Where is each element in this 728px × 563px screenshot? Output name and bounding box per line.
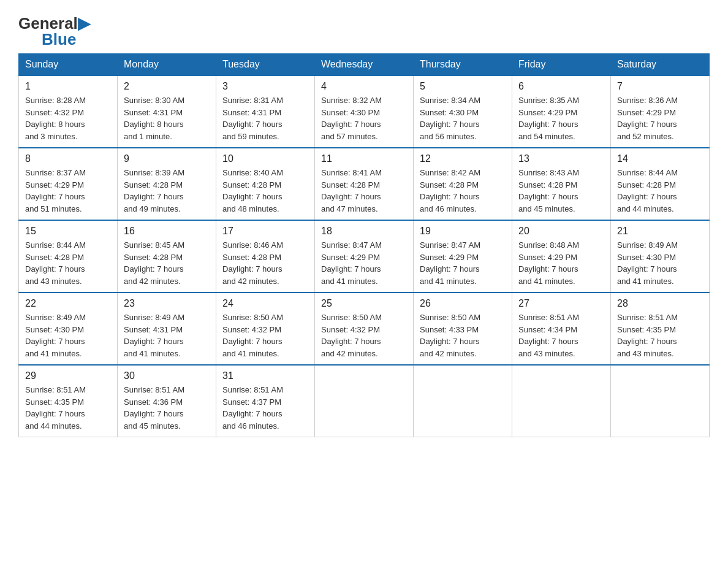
day-info: Sunrise: 8:45 AMSunset: 4:28 PMDaylight:…	[124, 239, 210, 287]
calendar-day-cell: 30Sunrise: 8:51 AMSunset: 4:36 PMDayligh…	[118, 365, 216, 437]
day-info: Sunrise: 8:42 AMSunset: 4:28 PMDaylight:…	[420, 167, 506, 215]
page-header: General▶ Blue	[18, 12, 710, 47]
day-info: Sunrise: 8:37 AMSunset: 4:29 PMDaylight:…	[25, 167, 111, 215]
calendar-day-cell: 20Sunrise: 8:48 AMSunset: 4:29 PMDayligh…	[512, 220, 611, 293]
day-info: Sunrise: 8:51 AMSunset: 4:36 PMDaylight:…	[124, 384, 210, 432]
calendar-week-row: 29Sunrise: 8:51 AMSunset: 4:35 PMDayligh…	[19, 365, 710, 437]
calendar-day-cell: 7Sunrise: 8:36 AMSunset: 4:29 PMDaylight…	[611, 75, 710, 148]
weekday-header-friday: Friday	[512, 54, 611, 76]
day-number: 7	[617, 81, 703, 92]
day-info: Sunrise: 8:40 AMSunset: 4:28 PMDaylight:…	[222, 167, 308, 215]
calendar-day-cell: 29Sunrise: 8:51 AMSunset: 4:35 PMDayligh…	[19, 365, 118, 437]
calendar-day-cell: 9Sunrise: 8:39 AMSunset: 4:28 PMDaylight…	[118, 148, 216, 220]
day-number: 18	[321, 226, 407, 237]
calendar-day-cell: 31Sunrise: 8:51 AMSunset: 4:37 PMDayligh…	[216, 365, 315, 437]
day-info: Sunrise: 8:35 AMSunset: 4:29 PMDaylight:…	[518, 94, 604, 142]
day-info: Sunrise: 8:32 AMSunset: 4:30 PMDaylight:…	[321, 94, 407, 142]
day-info: Sunrise: 8:31 AMSunset: 4:31 PMDaylight:…	[222, 94, 308, 142]
day-info: Sunrise: 8:51 AMSunset: 4:37 PMDaylight:…	[222, 384, 308, 432]
day-info: Sunrise: 8:39 AMSunset: 4:28 PMDaylight:…	[124, 167, 210, 215]
calendar-day-cell: 17Sunrise: 8:46 AMSunset: 4:28 PMDayligh…	[216, 220, 315, 293]
calendar-day-cell: 8Sunrise: 8:37 AMSunset: 4:29 PMDaylight…	[19, 148, 118, 220]
calendar-day-cell: 3Sunrise: 8:31 AMSunset: 4:31 PMDaylight…	[216, 75, 315, 148]
logo: General▶ Blue	[18, 15, 90, 47]
calendar-day-cell: 26Sunrise: 8:50 AMSunset: 4:33 PMDayligh…	[414, 293, 512, 365]
calendar-day-cell: 21Sunrise: 8:49 AMSunset: 4:30 PMDayligh…	[611, 220, 710, 293]
day-number: 2	[124, 81, 210, 92]
day-info: Sunrise: 8:46 AMSunset: 4:28 PMDaylight:…	[222, 239, 308, 287]
calendar-day-cell: 22Sunrise: 8:49 AMSunset: 4:30 PMDayligh…	[19, 293, 118, 365]
day-number: 29	[25, 370, 111, 381]
day-number: 1	[25, 81, 111, 92]
calendar-week-row: 15Sunrise: 8:44 AMSunset: 4:28 PMDayligh…	[19, 220, 710, 293]
day-info: Sunrise: 8:48 AMSunset: 4:29 PMDaylight:…	[518, 239, 604, 287]
calendar-week-row: 8Sunrise: 8:37 AMSunset: 4:29 PMDaylight…	[19, 148, 710, 220]
day-info: Sunrise: 8:28 AMSunset: 4:32 PMDaylight:…	[25, 94, 111, 142]
day-number: 14	[617, 153, 703, 164]
weekday-header-monday: Monday	[118, 54, 216, 76]
weekday-header-tuesday: Tuesday	[216, 54, 315, 76]
day-info: Sunrise: 8:51 AMSunset: 4:35 PMDaylight:…	[617, 312, 703, 359]
logo-triangle-icon: ▶	[78, 14, 90, 33]
calendar-week-row: 1Sunrise: 8:28 AMSunset: 4:32 PMDaylight…	[19, 75, 710, 148]
day-number: 25	[321, 298, 407, 309]
day-number: 19	[420, 226, 506, 237]
day-info: Sunrise: 8:47 AMSunset: 4:29 PMDaylight:…	[420, 239, 506, 287]
day-info: Sunrise: 8:49 AMSunset: 4:31 PMDaylight:…	[124, 312, 210, 359]
calendar-day-cell: 13Sunrise: 8:43 AMSunset: 4:28 PMDayligh…	[512, 148, 611, 220]
calendar-day-cell: 23Sunrise: 8:49 AMSunset: 4:31 PMDayligh…	[118, 293, 216, 365]
day-info: Sunrise: 8:49 AMSunset: 4:30 PMDaylight:…	[25, 312, 111, 359]
calendar-day-cell: 5Sunrise: 8:34 AMSunset: 4:30 PMDaylight…	[414, 75, 512, 148]
calendar-day-cell: 12Sunrise: 8:42 AMSunset: 4:28 PMDayligh…	[414, 148, 512, 220]
calendar-day-cell: 18Sunrise: 8:47 AMSunset: 4:29 PMDayligh…	[315, 220, 414, 293]
day-number: 17	[222, 226, 308, 237]
calendar-day-cell: 28Sunrise: 8:51 AMSunset: 4:35 PMDayligh…	[611, 293, 710, 365]
day-info: Sunrise: 8:50 AMSunset: 4:32 PMDaylight:…	[222, 312, 308, 359]
day-number: 31	[222, 370, 308, 381]
calendar-day-cell: 19Sunrise: 8:47 AMSunset: 4:29 PMDayligh…	[414, 220, 512, 293]
day-number: 4	[321, 81, 407, 92]
calendar-day-cell: 15Sunrise: 8:44 AMSunset: 4:28 PMDayligh…	[19, 220, 118, 293]
day-info: Sunrise: 8:36 AMSunset: 4:29 PMDaylight:…	[617, 94, 703, 142]
day-number: 9	[124, 153, 210, 164]
day-number: 3	[222, 81, 308, 92]
empty-cell	[611, 365, 710, 437]
calendar-day-cell: 25Sunrise: 8:50 AMSunset: 4:32 PMDayligh…	[315, 293, 414, 365]
empty-cell	[315, 365, 414, 437]
day-info: Sunrise: 8:34 AMSunset: 4:30 PMDaylight:…	[420, 94, 506, 142]
calendar-day-cell: 24Sunrise: 8:50 AMSunset: 4:32 PMDayligh…	[216, 293, 315, 365]
day-info: Sunrise: 8:41 AMSunset: 4:28 PMDaylight:…	[321, 167, 407, 215]
calendar-day-cell: 6Sunrise: 8:35 AMSunset: 4:29 PMDaylight…	[512, 75, 611, 148]
day-number: 16	[124, 226, 210, 237]
calendar-day-cell: 1Sunrise: 8:28 AMSunset: 4:32 PMDaylight…	[19, 75, 118, 148]
day-number: 30	[124, 370, 210, 381]
day-number: 12	[420, 153, 506, 164]
day-number: 24	[222, 298, 308, 309]
calendar-day-cell: 11Sunrise: 8:41 AMSunset: 4:28 PMDayligh…	[315, 148, 414, 220]
weekday-header-saturday: Saturday	[611, 54, 710, 76]
day-info: Sunrise: 8:47 AMSunset: 4:29 PMDaylight:…	[321, 239, 407, 287]
calendar-table: SundayMondayTuesdayWednesdayThursdayFrid…	[18, 53, 710, 437]
logo-blue-text: Blue	[42, 31, 90, 47]
weekday-header-sunday: Sunday	[19, 54, 118, 76]
day-number: 20	[518, 226, 604, 237]
day-info: Sunrise: 8:51 AMSunset: 4:34 PMDaylight:…	[518, 312, 604, 359]
day-number: 28	[617, 298, 703, 309]
day-info: Sunrise: 8:44 AMSunset: 4:28 PMDaylight:…	[617, 167, 703, 215]
calendar-day-cell: 14Sunrise: 8:44 AMSunset: 4:28 PMDayligh…	[611, 148, 710, 220]
day-number: 23	[124, 298, 210, 309]
day-number: 22	[25, 298, 111, 309]
calendar-day-cell: 16Sunrise: 8:45 AMSunset: 4:28 PMDayligh…	[118, 220, 216, 293]
calendar-week-row: 22Sunrise: 8:49 AMSunset: 4:30 PMDayligh…	[19, 293, 710, 365]
day-number: 13	[518, 153, 604, 164]
day-info: Sunrise: 8:43 AMSunset: 4:28 PMDaylight:…	[518, 167, 604, 215]
empty-cell	[512, 365, 611, 437]
day-number: 11	[321, 153, 407, 164]
weekday-header-row: SundayMondayTuesdayWednesdayThursdayFrid…	[19, 54, 710, 76]
calendar-day-cell: 10Sunrise: 8:40 AMSunset: 4:28 PMDayligh…	[216, 148, 315, 220]
day-number: 6	[518, 81, 604, 92]
day-info: Sunrise: 8:50 AMSunset: 4:33 PMDaylight:…	[420, 312, 506, 359]
day-number: 8	[25, 153, 111, 164]
day-info: Sunrise: 8:50 AMSunset: 4:32 PMDaylight:…	[321, 312, 407, 359]
logo-general-text: General▶	[18, 15, 90, 31]
